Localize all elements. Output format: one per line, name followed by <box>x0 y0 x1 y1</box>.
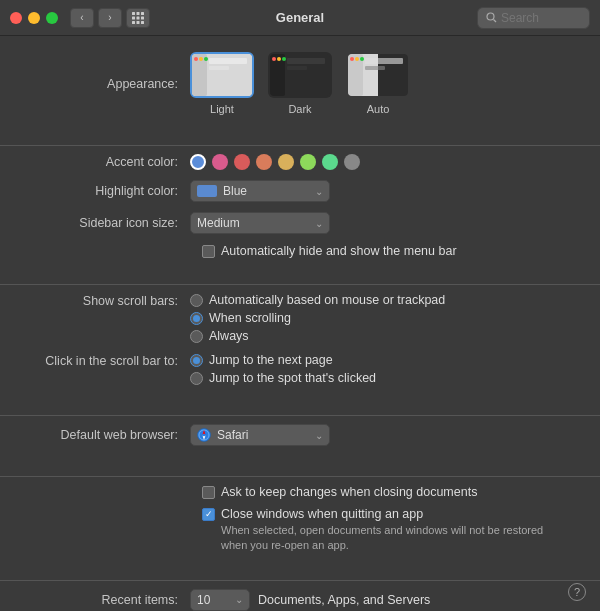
menubar-checkbox-wrap[interactable]: Automatically hide and show the menu bar <box>202 244 457 258</box>
maximize-button[interactable] <box>46 12 58 24</box>
appearance-dark[interactable]: Dark <box>268 52 332 115</box>
accent-blue[interactable] <box>190 154 206 170</box>
dark-thumb[interactable] <box>268 52 332 98</box>
appearance-row: Appearance: <box>20 52 580 115</box>
svg-rect-2 <box>141 12 144 15</box>
auto-thumb[interactable] <box>346 52 410 98</box>
scroll-always-label: Always <box>209 329 249 343</box>
accent-label: Accent color: <box>20 155 190 169</box>
svg-rect-20 <box>287 58 325 64</box>
appearance-section: Appearance: <box>0 52 600 137</box>
content-wrapper: Appearance: <box>0 36 600 611</box>
svg-rect-5 <box>141 16 144 19</box>
scroll-when-label: When scrolling <box>209 311 291 325</box>
svg-point-24 <box>282 57 286 61</box>
search-input[interactable] <box>501 11 581 25</box>
svg-rect-8 <box>141 21 144 24</box>
click-scroll-options: Jump to the next page Jump to the spot t… <box>190 353 376 385</box>
svg-point-22 <box>272 57 276 61</box>
svg-point-9 <box>487 13 494 20</box>
accent-yellow[interactable] <box>278 154 294 170</box>
appearance-label: Appearance: <box>20 77 190 91</box>
accent-teal[interactable] <box>322 154 338 170</box>
accent-orange[interactable] <box>256 154 272 170</box>
help-button[interactable]: ? <box>568 583 586 601</box>
safari-icon <box>197 428 211 442</box>
menubar-row: Automatically hide and show the menu bar <box>202 244 580 258</box>
recent-suffix: Documents, Apps, and Servers <box>258 593 430 607</box>
minimize-button[interactable] <box>28 12 40 24</box>
nav-buttons: ‹ › <box>70 8 122 28</box>
recent-label: Recent items: <box>20 593 190 607</box>
browser-dropdown[interactable]: Safari ⌄ <box>190 424 330 446</box>
browser-section: Default web browser: Safari ⌄ <box>0 424 600 468</box>
ask-changes-label: Ask to keep changes when closing documen… <box>221 485 477 499</box>
svg-rect-1 <box>137 12 140 15</box>
click-scroll-row: Click in the scroll bar to: Jump to the … <box>20 353 580 385</box>
search-box[interactable] <box>477 7 590 29</box>
titlebar: ‹ › General <box>0 0 600 36</box>
svg-rect-7 <box>137 21 140 24</box>
scroll-when-option[interactable]: When scrolling <box>190 311 445 325</box>
ask-changes-wrap[interactable]: Ask to keep changes when closing documen… <box>202 485 477 499</box>
appearance-light[interactable]: Light <box>190 52 254 115</box>
accent-gray[interactable] <box>344 154 360 170</box>
scroll-when-radio[interactable] <box>190 312 203 325</box>
sidebar-size-dropdown[interactable]: Medium ⌄ <box>190 212 330 234</box>
auto-thumb-svg <box>348 54 408 96</box>
close-windows-label: Close windows when quitting an app <box>221 507 423 521</box>
svg-rect-27 <box>365 58 403 64</box>
svg-rect-13 <box>209 58 247 64</box>
jump-page-option[interactable]: Jump to the next page <box>190 353 376 367</box>
close-windows-row: Close windows when quitting an app When … <box>202 507 580 554</box>
accent-green[interactable] <box>300 154 316 170</box>
jump-page-radio[interactable] <box>190 354 203 367</box>
svg-point-31 <box>360 57 364 61</box>
dark-label: Dark <box>288 103 311 115</box>
ask-changes-checkbox[interactable] <box>202 486 215 499</box>
recent-arrow: ⌄ <box>235 594 243 605</box>
scroll-always-option[interactable]: Always <box>190 329 445 343</box>
scroll-auto-option[interactable]: Automatically based on mouse or trackpad <box>190 293 445 307</box>
close-windows-wrap[interactable]: Close windows when quitting an app <box>202 507 561 521</box>
highlight-label: Highlight color: <box>20 184 190 198</box>
click-scroll-label: Click in the scroll bar to: <box>20 353 190 368</box>
highlight-dropdown[interactable]: Blue ⌄ <box>190 180 330 202</box>
accent-row: Accent color: <box>20 154 580 170</box>
svg-rect-28 <box>365 66 385 70</box>
documents-section: Ask to keep changes when closing documen… <box>0 485 600 572</box>
dark-thumb-svg <box>270 54 330 96</box>
back-button[interactable]: ‹ <box>70 8 94 28</box>
close-button[interactable] <box>10 12 22 24</box>
jump-spot-option[interactable]: Jump to the spot that's clicked <box>190 371 376 385</box>
search-icon <box>486 12 497 23</box>
close-windows-checkbox[interactable] <box>202 508 215 521</box>
recent-row: Recent items: 10 ⌄ Documents, Apps, and … <box>20 589 580 611</box>
recent-section: Recent items: 10 ⌄ Documents, Apps, and … <box>0 589 600 611</box>
svg-rect-6 <box>132 21 135 24</box>
light-thumb[interactable] <box>190 52 254 98</box>
sidebar-size-value: Medium <box>197 216 240 230</box>
accent-red[interactable] <box>234 154 250 170</box>
forward-button[interactable]: › <box>98 8 122 28</box>
apps-grid-button[interactable] <box>126 8 150 28</box>
scroll-always-radio[interactable] <box>190 330 203 343</box>
menubar-label: Automatically hide and show the menu bar <box>221 244 457 258</box>
window-title: General <box>276 10 324 25</box>
scroll-auto-label: Automatically based on mouse or trackpad <box>209 293 445 307</box>
scrollbars-row: Show scroll bars: Automatically based on… <box>20 293 580 343</box>
appearance-auto[interactable]: Auto <box>346 52 410 115</box>
svg-point-23 <box>277 57 281 61</box>
jump-spot-radio[interactable] <box>190 372 203 385</box>
svg-point-17 <box>204 57 208 61</box>
scroll-auto-radio[interactable] <box>190 294 203 307</box>
recent-value: 10 <box>197 593 210 607</box>
scrollbars-section: Show scroll bars: Automatically based on… <box>0 293 600 407</box>
recent-items-controls: 10 ⌄ Documents, Apps, and Servers <box>190 589 430 611</box>
content: Appearance: <box>0 36 600 611</box>
highlight-value: Blue <box>223 184 247 198</box>
accent-pink[interactable] <box>212 154 228 170</box>
browser-row: Default web browser: Safari ⌄ <box>20 424 580 446</box>
menubar-checkbox[interactable] <box>202 245 215 258</box>
recent-stepper[interactable]: 10 ⌄ <box>190 589 250 611</box>
